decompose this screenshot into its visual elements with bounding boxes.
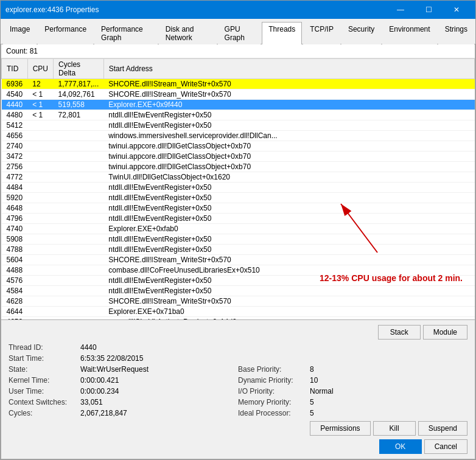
table-row[interactable]: 4484ntdll.dll!EtwEventRegister+0x50 xyxy=(2,183,475,193)
cell-address: ntdll.dll!EtwEventRegister+0x50 xyxy=(103,120,474,131)
cell-cpu xyxy=(27,307,53,317)
cell-address: Explorer.EXE+0x9f440 xyxy=(103,100,474,110)
kernel-time-label: Kernel Time: xyxy=(9,376,75,385)
table-row[interactable]: 4656windows.immersiveshell.serviceprovid… xyxy=(2,131,475,141)
cell-cycles xyxy=(54,131,104,141)
cell-cpu xyxy=(27,317,53,320)
cell-address: twinui.appcore.dll!DllGetClassObject+0xb… xyxy=(103,141,474,152)
table-row[interactable]: 4644Explorer.EXE+0x71ba0 xyxy=(2,307,475,317)
cell-cycles xyxy=(54,234,104,245)
cell-tid: 2740 xyxy=(2,141,28,152)
permissions-button[interactable]: Permissions xyxy=(310,421,370,436)
cell-cycles xyxy=(54,276,104,286)
tab-gpu-graph[interactable]: GPU Graph xyxy=(218,22,261,44)
table-row[interactable]: 4576ntdll.dll!EtwEventRegister+0x50 xyxy=(2,276,475,286)
cell-cpu xyxy=(27,152,53,162)
stack-button[interactable]: Stack xyxy=(378,325,421,340)
cell-cpu xyxy=(27,214,53,224)
cell-cpu: < 1 xyxy=(27,89,53,100)
cancel-button[interactable]: Cancel xyxy=(424,439,467,454)
kill-button[interactable]: Kill xyxy=(373,421,416,436)
tab-image[interactable]: Image xyxy=(3,22,37,44)
thread-id-label: Thread ID: xyxy=(9,343,75,352)
table-row[interactable]: 4488combase.dll!CoFreeUnusedLibrariesEx+… xyxy=(2,265,475,276)
cell-cycles xyxy=(54,193,104,203)
cell-tid: 4628 xyxy=(2,296,28,307)
tab-environment[interactable]: Environment xyxy=(382,22,436,44)
cell-tid: 4488 xyxy=(2,265,28,276)
context-switches-value: 33,051 xyxy=(80,398,103,406)
table-row[interactable]: 4584ntdll.dll!EtwEventRegister+0x50 xyxy=(2,286,475,296)
table-row[interactable]: 4796ntdll.dll!EtwEventRegister+0x50 xyxy=(2,214,475,224)
cell-tid: 5920 xyxy=(2,193,28,203)
table-row[interactable]: 4480< 172,801ntdll.dll!EtwEventRegister+… xyxy=(2,110,475,120)
cell-address: windows.immersiveshell.serviceprovider.d… xyxy=(103,131,474,141)
state-value: Wait:WrUserRequest xyxy=(80,365,149,374)
thread-table-container[interactable]: TID CPU Cycles Delta Start Address 69361… xyxy=(1,58,475,319)
cell-address: SHCORE.dll!IStream_WriteStr+0x570 xyxy=(103,89,474,100)
table-row[interactable]: 5908ntdll.dll!EtwEventRegister+0x50 xyxy=(2,234,475,245)
cell-cycles xyxy=(54,224,104,234)
content-area: Count: 81 TID CPU Cycles Delta Start Add… xyxy=(1,44,475,459)
col-address: Start Address xyxy=(103,59,474,79)
maximize-button[interactable]: ☐ xyxy=(415,1,443,19)
cell-cpu xyxy=(27,131,53,141)
tab-threads[interactable]: Threads xyxy=(262,22,302,44)
table-row[interactable]: 4440< 1519,558Explorer.EXE+0x9f440 xyxy=(2,100,475,110)
table-row[interactable]: 5920ntdll.dll!EtwEventRegister+0x50 xyxy=(2,193,475,203)
cell-cpu xyxy=(27,162,53,172)
suspend-button[interactable]: Suspend xyxy=(418,421,467,436)
ideal-processor-value: 5 xyxy=(310,409,314,417)
ideal-processor-label: Ideal Processor: xyxy=(238,409,305,417)
cell-cpu xyxy=(27,255,53,265)
cell-tid: 4740 xyxy=(2,224,28,234)
cell-address: SHCORE.dll!IStream_WriteStr+0x570 xyxy=(103,79,474,89)
cell-address: ntdll.dll!EtwEventRegister+0x50 xyxy=(103,110,474,120)
tab-disk-network[interactable]: Disk and Network xyxy=(159,22,217,44)
start-time-label: Start Time: xyxy=(9,354,75,363)
table-row[interactable]: 4628SHCORE.dll!IStream_WriteStr+0x570 xyxy=(2,296,475,307)
col-cpu: CPU xyxy=(27,59,53,79)
table-row[interactable]: 2756twinui.appcore.dll!DllGetClassObject… xyxy=(2,162,475,172)
table-row[interactable]: 4788ntdll.dll!EtwEventRegister+0x50 xyxy=(2,245,475,255)
table-row[interactable]: 4540< 114,092,761SHCORE.dll!IStream_Writ… xyxy=(2,89,475,100)
close-button[interactable]: ✕ xyxy=(443,1,471,19)
detail-context-switches-row: Context Switches: 33,051 Memory Priority… xyxy=(9,398,467,406)
table-row[interactable]: 4652sppc.dll!SLpVLActivateProduct+0x14d0 xyxy=(2,317,475,320)
cell-tid: 4644 xyxy=(2,307,28,317)
table-row[interactable]: 3472twinui.appcore.dll!DllGetClassObject… xyxy=(2,152,475,162)
cell-cycles xyxy=(54,152,104,162)
cell-address: ntdll.dll!EtwEventRegister+0x50 xyxy=(103,183,474,193)
cell-address: ntdll.dll!EtwEventRegister+0x50 xyxy=(103,193,474,203)
cell-tid: 2756 xyxy=(2,162,28,172)
tab-security[interactable]: Security xyxy=(341,22,381,44)
tab-performance-graph[interactable]: Performance Graph xyxy=(94,22,158,44)
cell-cycles xyxy=(54,307,104,317)
thread-count: Count: 81 xyxy=(6,47,38,55)
minimize-button[interactable]: — xyxy=(387,1,415,19)
table-row[interactable]: 4648ntdll.dll!EtwEventRegister+0x50 xyxy=(2,203,475,214)
tab-performance[interactable]: Performance xyxy=(38,22,93,44)
cell-address: twinui.appcore.dll!DllGetClassObject+0xb… xyxy=(103,162,474,172)
ok-button[interactable]: OK xyxy=(379,439,422,454)
top-button-row: Stack Module xyxy=(9,325,467,340)
scroll-area[interactable]: TID CPU Cycles Delta Start Address 69361… xyxy=(1,58,475,319)
module-button[interactable]: Module xyxy=(423,325,467,340)
cell-tid: 4440 xyxy=(2,100,28,110)
user-time-label: User Time: xyxy=(9,387,75,396)
table-row[interactable]: 5412ntdll.dll!EtwEventRegister+0x50 xyxy=(2,120,475,131)
table-row[interactable]: 4772TwinUI.dll!DllGetClassObject+0x1620 xyxy=(2,172,475,183)
dynamic-priority-value: 10 xyxy=(310,376,318,385)
cell-tid: 4484 xyxy=(2,183,28,193)
cell-cycles: 1,777,817,... xyxy=(54,79,104,89)
table-row[interactable]: 5604SHCORE.dll!IStream_WriteStr+0x570 xyxy=(2,255,475,265)
cell-address: ntdll.dll!EtwEventRegister+0x50 xyxy=(103,245,474,255)
table-row[interactable]: 6936121,777,817,...SHCORE.dll!IStream_Wr… xyxy=(2,79,475,89)
cell-tid: 4540 xyxy=(2,89,28,100)
tab-strings[interactable]: Strings xyxy=(438,22,474,44)
table-row[interactable]: 2740twinui.appcore.dll!DllGetClassObject… xyxy=(2,141,475,152)
cell-address: ntdll.dll!EtwEventRegister+0x50 xyxy=(103,234,474,245)
tab-tcpip[interactable]: TCP/IP xyxy=(303,22,340,44)
detail-state-row: State: Wait:WrUserRequest Base Priority:… xyxy=(9,365,467,374)
table-row[interactable]: 4740Explorer.EXE+0xfab0 xyxy=(2,224,475,234)
